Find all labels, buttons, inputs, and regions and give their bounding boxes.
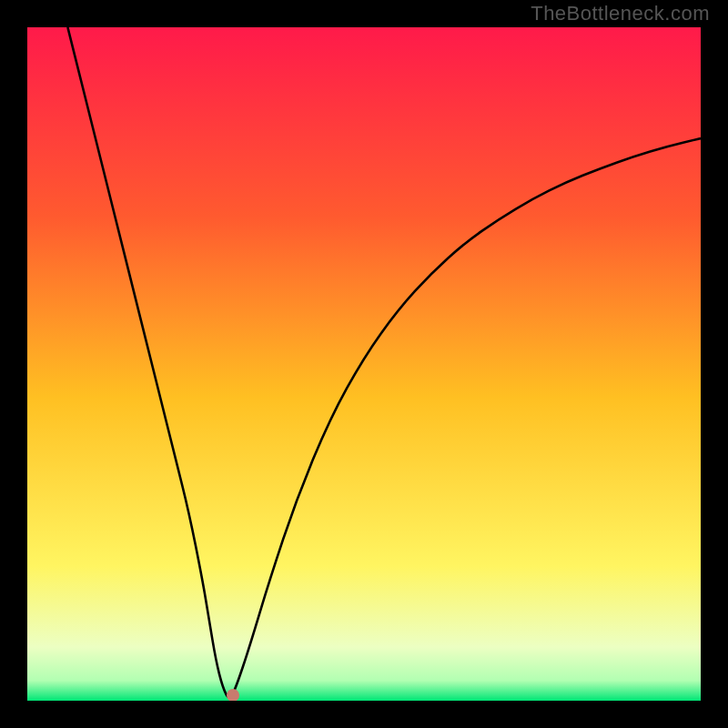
bottleneck-curve xyxy=(67,27,701,697)
minimum-marker-dot xyxy=(227,689,239,701)
watermark-text: TheBottleneck.com xyxy=(531,2,710,25)
chart-frame: TheBottleneck.com xyxy=(0,0,728,728)
plot-area xyxy=(27,27,701,701)
curve-svg xyxy=(27,27,701,701)
